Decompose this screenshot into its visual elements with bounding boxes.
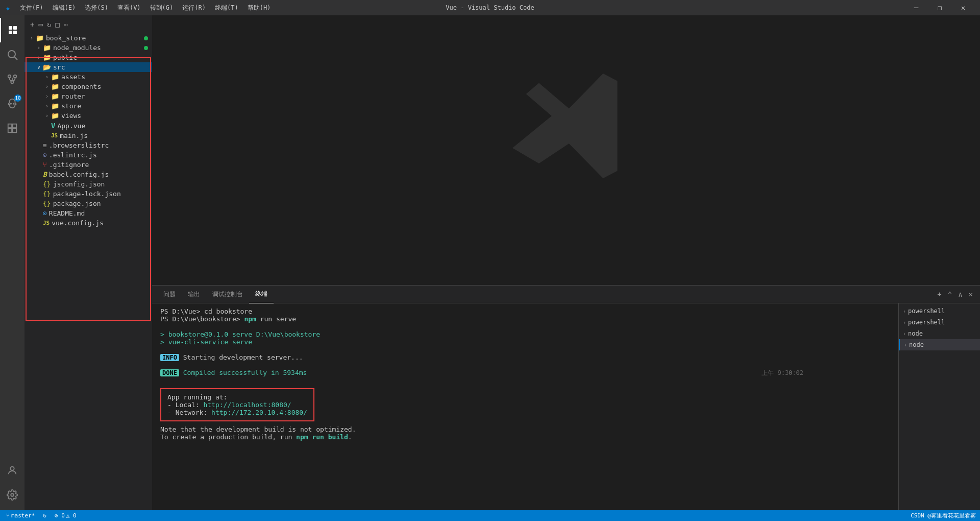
js-icon: JS bbox=[43, 220, 50, 226]
file-name: babel.config.js bbox=[49, 171, 109, 178]
file-browserslistrc[interactable]: ≡ .browserslistrc bbox=[24, 140, 152, 150]
file-packagelockjson[interactable]: {} package-lock.json bbox=[24, 189, 152, 199]
file-jsconfigjson[interactable]: {} jsconfig.json bbox=[24, 179, 152, 189]
tab-debug-console[interactable]: 调试控制台 bbox=[206, 286, 249, 303]
file-store[interactable]: › 📁 store bbox=[24, 101, 152, 111]
file-gitignore[interactable]: ⑂ .gitignore bbox=[24, 160, 152, 170]
sidebar-toolbar: + ▭ ↻ □ ⋯ bbox=[24, 15, 152, 33]
activity-bar: 10 bbox=[0, 15, 24, 510]
terminal-instance-node1[interactable]: › node bbox=[899, 328, 980, 339]
tab-problems[interactable]: 问题 bbox=[157, 286, 182, 303]
vue-icon: V bbox=[51, 122, 55, 130]
more-icon[interactable]: ⋯ bbox=[62, 19, 69, 30]
new-file-icon[interactable]: + bbox=[29, 19, 36, 30]
activity-account[interactable] bbox=[0, 458, 24, 483]
menu-terminal[interactable]: 终端(T) bbox=[211, 3, 242, 13]
terminal-controls: + ⌃ ∧ ✕ bbox=[935, 289, 975, 299]
instance-name: powershell bbox=[908, 307, 945, 315]
error-count-text: ⊗ 0 bbox=[55, 512, 65, 519]
output-line-1: > bookstore@0.1.0 serve D:\Vue\bookstore bbox=[160, 330, 890, 338]
folder-icon: 📁 bbox=[51, 102, 59, 110]
menu-edit[interactable]: 编辑(E) bbox=[48, 3, 80, 13]
file-public[interactable]: › 📁 public bbox=[24, 53, 152, 62]
activity-explorer[interactable] bbox=[0, 18, 24, 42]
svg-point-10 bbox=[10, 103, 11, 104]
menu-select[interactable]: 选择(S) bbox=[81, 3, 112, 13]
tab-terminal[interactable]: 终端 bbox=[249, 286, 274, 303]
terminal-arrow-icon: › bbox=[904, 342, 907, 348]
debug-badge: 10 bbox=[14, 94, 21, 102]
new-folder-icon[interactable]: ▭ bbox=[37, 19, 44, 30]
terminal-instance-ps2[interactable]: › powershell bbox=[899, 317, 980, 328]
file-name: store bbox=[61, 102, 81, 110]
warnings-count-text: △ 0 bbox=[66, 512, 77, 519]
errors-count[interactable]: ⊗ 0 △ 0 bbox=[53, 512, 79, 519]
terminal-arrow-icon: › bbox=[903, 320, 906, 325]
file-appvue[interactable]: V App.vue bbox=[24, 121, 152, 131]
svg-rect-3 bbox=[13, 31, 17, 34]
file-components[interactable]: › 📁 components bbox=[24, 82, 152, 91]
done-line: DONE Compiled successfully in 5934ms 上午 … bbox=[160, 369, 890, 376]
arrow-icon: › bbox=[36, 55, 42, 60]
terminal-tab-bar: 问题 输出 调试控制台 终端 + ⌃ ∧ ✕ bbox=[152, 286, 980, 303]
file-router[interactable]: › 📁 router bbox=[24, 91, 152, 101]
activity-settings[interactable] bbox=[0, 483, 24, 507]
collapse-icon[interactable]: □ bbox=[54, 19, 61, 30]
instance-name: node bbox=[909, 341, 924, 348]
activity-extensions[interactable] bbox=[0, 116, 24, 140]
md-icon: ⊙ bbox=[43, 209, 47, 217]
file-nodemodules[interactable]: › 📁 node_modules bbox=[24, 43, 152, 53]
file-views[interactable]: › 📁 views bbox=[24, 111, 152, 121]
file-eslintrc[interactable]: ⊙ .eslintrc.js bbox=[24, 150, 152, 160]
statusbar: ⑂ master* ↻ ⊗ 0 △ 0 CSDN @雾里看花花里看雾 bbox=[0, 510, 980, 521]
refresh-icon[interactable]: ↻ bbox=[45, 19, 53, 30]
menu-run[interactable]: 运行(R) bbox=[178, 3, 210, 13]
file-bookstore[interactable]: › 📁 book_store bbox=[24, 33, 152, 43]
file-readme[interactable]: ⊙ README.md bbox=[24, 208, 152, 218]
file-mainjs[interactable]: JS main.js bbox=[24, 131, 152, 140]
local-url-line: - Local: http://localhost:8080/ bbox=[167, 401, 307, 409]
file-packagejson[interactable]: {} package.json bbox=[24, 199, 152, 208]
restore-button[interactable]: ❐ bbox=[928, 0, 951, 15]
app-url-box: App running at: - Local: http://localhos… bbox=[160, 388, 314, 421]
js-icon: JS bbox=[51, 132, 58, 139]
info-line: INFO Starting development server... bbox=[160, 353, 890, 361]
git-branch[interactable]: ⑂ master* bbox=[4, 512, 37, 519]
sync-icon: ↻ bbox=[43, 512, 46, 519]
add-terminal-button[interactable]: + bbox=[935, 289, 943, 299]
menu-file[interactable]: 文件(F) bbox=[16, 3, 47, 13]
vscode-logo-icon: ✦ bbox=[5, 3, 11, 13]
activity-scm[interactable] bbox=[0, 67, 24, 91]
menu-view[interactable]: 查看(V) bbox=[113, 3, 145, 13]
file-vueconfig[interactable]: JS vue.config.js bbox=[24, 218, 152, 228]
note-line-2: To create a production build, run npm ru… bbox=[160, 433, 890, 441]
file-name: components bbox=[61, 83, 101, 90]
file-babelconfig[interactable]: B babel.config.js bbox=[24, 170, 152, 179]
terminal-instance-node2[interactable]: › node bbox=[899, 339, 980, 350]
note-line-1: Note that the development build is not o… bbox=[160, 425, 890, 433]
close-terminal-button[interactable]: ✕ bbox=[967, 289, 975, 299]
tab-output[interactable]: 输出 bbox=[182, 286, 206, 303]
done-badge: DONE bbox=[160, 369, 179, 376]
file-assets[interactable]: › 📁 assets bbox=[24, 72, 152, 82]
menu-goto[interactable]: 转到(G) bbox=[146, 3, 178, 13]
file-src[interactable]: ∨ 📂 src bbox=[24, 62, 152, 72]
terminal-output[interactable]: PS D:\Vue> cd bookstore PS D:\Vue\bookst… bbox=[152, 303, 898, 510]
svg-rect-2 bbox=[9, 31, 12, 34]
minimize-button[interactable]: ─ bbox=[904, 0, 928, 15]
window-title: Vue - Visual Studio Code bbox=[446, 4, 534, 11]
activity-debug[interactable]: 10 bbox=[0, 91, 24, 116]
svg-point-4 bbox=[8, 51, 15, 58]
menu-help[interactable]: 帮助(H) bbox=[243, 3, 275, 13]
maximize-terminal-button[interactable]: ∧ bbox=[956, 289, 964, 299]
close-button[interactable]: ✕ bbox=[951, 0, 975, 15]
terminal-instance-ps1[interactable]: › powershell bbox=[899, 305, 980, 317]
activity-search[interactable] bbox=[0, 42, 24, 67]
terminal-arrow-icon: › bbox=[903, 331, 906, 337]
svg-rect-15 bbox=[13, 129, 16, 132]
arrow-icon: › bbox=[36, 45, 42, 51]
network-url-line: - Network: http://172.20.10.4:8080/ bbox=[167, 409, 307, 416]
arrow-icon: › bbox=[44, 84, 50, 89]
sync-button[interactable]: ↻ bbox=[41, 512, 48, 519]
split-terminal-button[interactable]: ⌃ bbox=[946, 289, 954, 299]
